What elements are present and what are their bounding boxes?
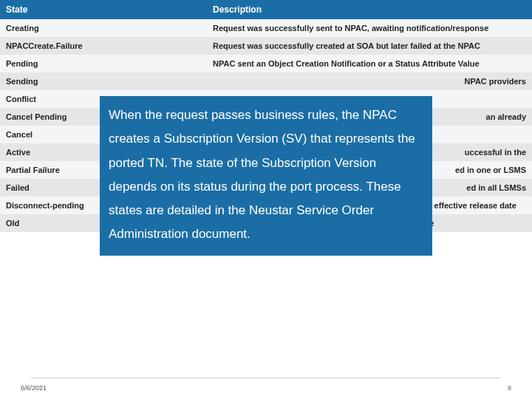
cell-desc: Request was successfully sent to NPAC, a…: [207, 19, 532, 37]
table-row: Creating Request was successfully sent t…: [0, 19, 532, 37]
footer-page: 9: [508, 384, 511, 392]
cell-state: Creating: [0, 19, 207, 37]
cell-state: NPACCreate.Failure: [0, 37, 207, 55]
cell-desc: NPAC providers: [207, 72, 532, 90]
table-row: NPACCreate.Failure Request was successfu…: [0, 37, 532, 55]
overlay-callout: When the request passes business rules, …: [100, 96, 432, 256]
footer-divider: [31, 378, 501, 378]
col-state: State: [0, 0, 207, 19]
footer: 6/6/2021 9: [0, 384, 532, 392]
cell-desc: Request was successfully created at SOA …: [207, 37, 532, 55]
cell-state: Sending: [0, 72, 207, 90]
cell-state: Pending: [0, 55, 207, 72]
slide: State Description Creating Request was s…: [0, 0, 532, 399]
table-row: Sending NPAC providers: [0, 72, 532, 90]
cell-desc: NPAC sent an Object Creation Notificatio…: [207, 55, 532, 72]
table-row: Pending NPAC sent an Object Creation Not…: [0, 55, 532, 72]
table-header-row: State Description: [0, 0, 532, 19]
col-description: Description: [207, 0, 532, 19]
footer-date: 6/6/2021: [21, 384, 47, 392]
